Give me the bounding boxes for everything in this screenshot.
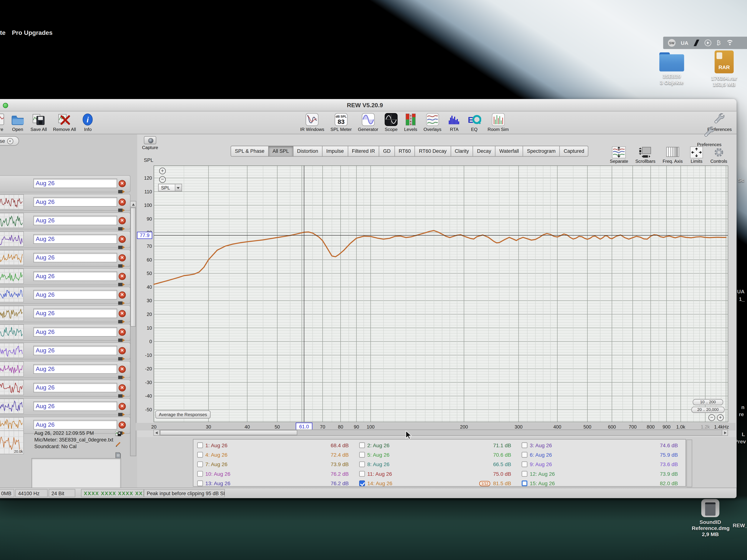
toolbar-button-spl-meter[interactable]: dB SPL83SPL Meter: [331, 113, 352, 132]
delete-measurement-button[interactable]: ✕: [119, 254, 126, 262]
tab-clarity[interactable]: Clarity: [451, 146, 473, 157]
toolbar-button-info[interactable]: iInfo: [82, 113, 94, 132]
scrollbar-thumb[interactable]: [160, 430, 298, 435]
legend-checkbox[interactable]: [359, 452, 365, 458]
tab-rt60-decay[interactable]: RT60 Decay: [415, 146, 451, 157]
measurement-name-input[interactable]: [33, 383, 117, 392]
delete-measurement-button[interactable]: ✕: [119, 217, 126, 224]
notes-field[interactable]: [31, 458, 121, 487]
toolbar-button-remove-all[interactable]: Remove All: [53, 113, 76, 132]
delete-measurement-button[interactable]: ✕: [119, 236, 126, 243]
tab-spl-phase[interactable]: SPL & Phase: [231, 146, 269, 157]
measurement-name-input[interactable]: [33, 346, 117, 355]
measurement-thumbnail[interactable]: [0, 399, 24, 414]
toolbar-button-room-sim[interactable]: Room Sim: [488, 113, 509, 132]
measurement-thumbnail[interactable]: [0, 287, 24, 302]
legend-label[interactable]: 11: Aug 26: [367, 471, 392, 477]
delete-measurement-button[interactable]: ✕: [119, 403, 126, 410]
edit-pencil-icon[interactable]: [115, 441, 121, 449]
measurement-row[interactable]: ✕: [0, 231, 137, 249]
scroll-up-arrow[interactable]: [131, 202, 136, 207]
range-20-20000-button[interactable]: 20 .. 20,000: [691, 407, 725, 413]
legend-label[interactable]: 3: Aug 26: [530, 443, 552, 448]
measurement-row[interactable]: ✕: [0, 379, 137, 397]
toolbar-button-rta[interactable]: RTA: [447, 113, 461, 132]
toolbar-button-ir-windows[interactable]: IR Windows: [300, 113, 324, 132]
measurement-name-input[interactable]: [33, 216, 117, 225]
legend-checkbox[interactable]: [197, 471, 203, 477]
legend-label[interactable]: 6: Aug 26: [530, 452, 552, 458]
menu-item-pro-upgrades[interactable]: Pro Upgrades: [12, 29, 52, 36]
sidebar-close-button[interactable]: se «: [0, 136, 19, 145]
delete-measurement-button[interactable]: ✕: [119, 366, 126, 373]
toolbar-button-eq[interactable]: EEQ: [467, 113, 481, 132]
measurement-thumbnail[interactable]: [0, 250, 24, 265]
measurement-row[interactable]: ✕: [0, 342, 137, 360]
delete-measurement-button[interactable]: ✕: [119, 347, 126, 354]
delete-measurement-button[interactable]: ✕: [119, 273, 126, 280]
legend-label[interactable]: 10: Aug 26: [205, 471, 230, 477]
zoom-out-x-icon[interactable]: −: [709, 414, 715, 421]
delete-measurement-button[interactable]: ✕: [119, 198, 126, 206]
spl-plot[interactable]: 1201101009080706050403020100-10-20-30-40…: [136, 162, 736, 433]
measurement-row[interactable]: ✕: [0, 286, 137, 304]
legend-label[interactable]: 15: Aug 26: [530, 481, 555, 486]
measurement-name-input[interactable]: [33, 179, 117, 188]
measurement-row[interactable]: ✕: [0, 361, 137, 379]
desktop-icon-folder[interactable]: 35E839 3 Objekte: [656, 52, 687, 86]
legend-checkbox[interactable]: [197, 461, 203, 467]
measurement-row[interactable]: ✕: [0, 268, 137, 286]
menu-item-fragment[interactable]: te: [0, 29, 5, 36]
measurement-thumbnail[interactable]: [0, 194, 24, 209]
preferences-button[interactable]: Preferences: [697, 126, 722, 147]
legend-checkbox[interactable]: [522, 452, 527, 458]
view-button-freq-axis[interactable]: Freq. Axis: [663, 147, 683, 164]
measurement-name-input[interactable]: [33, 290, 117, 299]
legend-checkbox[interactable]: [522, 461, 527, 467]
measurement-name-input[interactable]: [33, 401, 117, 411]
measurement-thumbnail[interactable]: 20.0k: [0, 431, 24, 454]
toolbar-button-save-all[interactable]: Save All: [31, 113, 47, 132]
measurement-name-input[interactable]: [33, 327, 117, 337]
average-responses-button[interactable]: Average the Responses: [155, 410, 210, 419]
legend-label[interactable]: 13: Aug 26: [205, 481, 230, 486]
trace-type-dropdown[interactable]: SPL: [158, 184, 182, 191]
measurement-row[interactable]: ✕: [0, 249, 137, 267]
s-app-icon[interactable]: [694, 39, 699, 46]
thumbnail-save-icon[interactable]: [115, 429, 121, 438]
delete-measurement-button[interactable]: ✕: [119, 328, 126, 336]
measurement-name-input[interactable]: [33, 271, 117, 281]
tab-spectrogram[interactable]: Spectrogram: [523, 146, 560, 157]
tab-all-spl[interactable]: All SPL: [268, 146, 293, 157]
measurement-row[interactable]: ✕: [0, 305, 137, 323]
wifi-icon[interactable]: [726, 40, 733, 46]
tab-impulse[interactable]: Impulse: [323, 146, 348, 157]
toolbar-button-overlays[interactable]: Overlays: [423, 113, 441, 132]
dropdown-arrow-icon[interactable]: [175, 184, 182, 191]
legend-checkbox[interactable]: [197, 481, 203, 486]
measurement-row[interactable]: ✕: [0, 323, 137, 342]
graph-horizontal-scrollbar[interactable]: [153, 429, 728, 435]
measurement-thumbnail[interactable]: [0, 213, 24, 228]
view-button-scrollbars[interactable]: Scrollbars: [635, 147, 655, 164]
legend-checkbox[interactable]: [522, 443, 527, 448]
toolbar-button-levels[interactable]: 0369Levels: [404, 113, 417, 132]
legend-checkbox[interactable]: [522, 471, 527, 477]
measurement-name-input[interactable]: [33, 234, 117, 244]
legend-checkbox[interactable]: [197, 443, 203, 448]
sidebar-scrollbar[interactable]: [130, 201, 136, 456]
view-button-controls[interactable]: Controls: [710, 147, 727, 164]
bluetooth-icon[interactable]: ₿: [716, 39, 721, 46]
capture-button[interactable]: Capture: [140, 136, 160, 150]
legend-label[interactable]: 12: Aug 26: [530, 471, 555, 477]
legend-checkbox[interactable]: [197, 452, 203, 458]
legend-label[interactable]: 2: Aug 26: [367, 443, 390, 448]
tab-filtered-ir[interactable]: Filtered IR: [348, 146, 379, 157]
legend-checkbox[interactable]: [522, 481, 527, 486]
window-titlebar[interactable]: REW V5.20.9: [0, 99, 737, 111]
legend-label[interactable]: 8: Aug 26: [367, 461, 390, 467]
measurement-thumbnail[interactable]: [0, 306, 24, 321]
toolbar-button-scope[interactable]: Scope: [384, 113, 398, 132]
legend-label[interactable]: 14: Aug 26: [367, 481, 392, 486]
toolbar-button-open[interactable]: Open: [11, 113, 24, 132]
